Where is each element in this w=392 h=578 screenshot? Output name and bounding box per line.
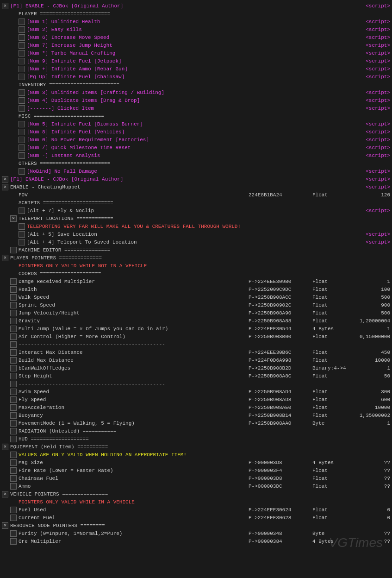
checkbox[interactable]	[10, 373, 17, 379]
checkbox[interactable]	[2, 3, 8, 9]
checkbox[interactable]	[2, 176, 8, 182]
row-label: Swim Speed	[19, 389, 245, 395]
checkbox[interactable]	[19, 26, 25, 33]
checkbox[interactable]	[19, 137, 25, 143]
checkbox[interactable]	[10, 459, 17, 466]
checkbox[interactable]	[10, 302, 17, 308]
script-tag: <script>	[362, 169, 390, 174]
script-tag: <script>	[362, 50, 390, 56]
checkbox[interactable]	[19, 42, 25, 49]
checkbox[interactable]	[10, 404, 17, 411]
checkbox[interactable]	[10, 538, 17, 545]
row-value: 50	[353, 373, 390, 379]
checkbox[interactable]	[10, 247, 17, 253]
checkbox[interactable]	[10, 389, 17, 395]
table-row: OTHERS =======================	[0, 159, 392, 167]
checkbox[interactable]	[10, 467, 17, 474]
table-row: [Num 6] Increase Move Speed<script>	[0, 33, 392, 41]
checkbox[interactable]	[19, 121, 25, 127]
checkbox[interactable]	[19, 74, 25, 80]
checkbox[interactable]	[10, 475, 17, 482]
row-label: RESOURCE NODE POINTERS ========	[10, 523, 390, 528]
checkbox[interactable]	[19, 89, 25, 96]
checkbox[interactable]	[19, 152, 25, 159]
row-value: ??	[353, 476, 390, 481]
row-value: 1,20000004	[353, 318, 390, 324]
checkbox[interactable]	[10, 215, 17, 222]
checkbox[interactable]	[19, 239, 25, 245]
checkbox[interactable]	[19, 207, 25, 214]
checkbox[interactable]	[2, 255, 8, 261]
checkbox[interactable]	[10, 436, 17, 442]
row-label: TELEPORTING VERY FAR WILL MAKE ALL YOU &…	[27, 224, 390, 229]
checkbox[interactable]	[19, 66, 25, 72]
row-label: [Num -] Instant Analysis	[27, 153, 362, 158]
checkbox[interactable]	[10, 349, 17, 356]
checkbox[interactable]	[10, 294, 17, 301]
checkbox[interactable]	[19, 34, 25, 41]
table-row: HUD ===================	[0, 435, 392, 443]
checkbox[interactable]	[19, 168, 25, 175]
checkbox[interactable]	[10, 507, 17, 513]
checkbox[interactable]	[19, 97, 25, 104]
table-row: [Alt + 7] Fly & Noclip<script>	[0, 207, 392, 214]
checkbox[interactable]	[2, 444, 8, 450]
row-address: P->000003D8	[249, 460, 309, 465]
row-label: [Pg Up] Infinite Fuel [Chainsaw]	[27, 74, 362, 80]
row-label: Air Control (Higher = More Control)	[19, 334, 245, 339]
checkbox[interactable]	[10, 428, 17, 434]
table-row: MaxAccelerationP->2250B908AE0Float10000	[0, 403, 392, 411]
table-row: Fly SpeedP->2250B908AD8Float600	[0, 396, 392, 403]
checkbox[interactable]	[10, 412, 17, 419]
row-address: P->2250B908A8C	[249, 373, 309, 379]
checkbox[interactable]	[2, 491, 8, 497]
script-tag: <script>	[362, 153, 390, 158]
checkbox[interactable]	[10, 452, 17, 458]
row-value: 1	[353, 279, 390, 284]
checkbox[interactable]	[10, 420, 17, 427]
checkbox[interactable]	[10, 396, 17, 403]
row-label: MISC =======================	[19, 113, 390, 119]
checkbox[interactable]	[10, 381, 17, 387]
checkbox[interactable]	[19, 231, 25, 238]
row-value: ??	[353, 468, 390, 473]
checkbox[interactable]	[19, 50, 25, 57]
checkbox[interactable]	[10, 341, 17, 348]
script-tag: <script>	[362, 35, 390, 40]
checkbox[interactable]	[10, 286, 17, 293]
checkbox[interactable]	[10, 483, 17, 490]
checkbox[interactable]	[10, 365, 17, 371]
checkbox[interactable]	[19, 105, 25, 112]
row-label: VEHICLE POINTERS ===============	[10, 491, 390, 497]
row-address: P->000003DC	[249, 484, 309, 489]
row-label: Ammo	[19, 484, 245, 489]
checkbox[interactable]	[19, 144, 25, 151]
row-label: [Num 5] Infinite Fuel [Biomass Burner]	[27, 121, 362, 127]
table-row: GravityP->2250B908A88Float1,20000004	[0, 317, 392, 325]
script-tag: <script>	[362, 98, 390, 103]
checkbox[interactable]	[19, 58, 25, 64]
checkbox[interactable]	[2, 184, 8, 190]
row-label: bCanWalkOffLedges	[19, 365, 245, 371]
checkbox[interactable]	[2, 522, 8, 529]
checkbox[interactable]	[19, 19, 25, 25]
checkbox[interactable]	[10, 326, 17, 332]
checkbox[interactable]	[10, 310, 17, 316]
checkbox[interactable]	[10, 357, 17, 364]
checkbox[interactable]	[19, 223, 25, 230]
row-type: Float	[312, 318, 349, 324]
table-row: [Num 9] Infinite Fuel [Jetpack]<script>	[0, 57, 392, 65]
checkbox[interactable]	[19, 129, 25, 135]
row-type: Float	[312, 373, 349, 379]
table-row: Step HeightP->2250B908A8CFloat50	[0, 372, 392, 380]
row-label: Buoyancy	[19, 413, 245, 418]
checkbox[interactable]	[10, 318, 17, 324]
checkbox[interactable]	[10, 333, 17, 340]
checkbox[interactable]	[10, 515, 17, 521]
checkbox[interactable]	[10, 530, 17, 537]
row-label: Sprint Speed	[19, 302, 245, 308]
table-row: [Num 1] Unlimited Health<script>	[0, 18, 392, 25]
checkbox[interactable]	[10, 278, 17, 285]
row-label: [NoBind] No Fall Damage	[27, 169, 362, 174]
row-value: 900	[353, 302, 390, 308]
